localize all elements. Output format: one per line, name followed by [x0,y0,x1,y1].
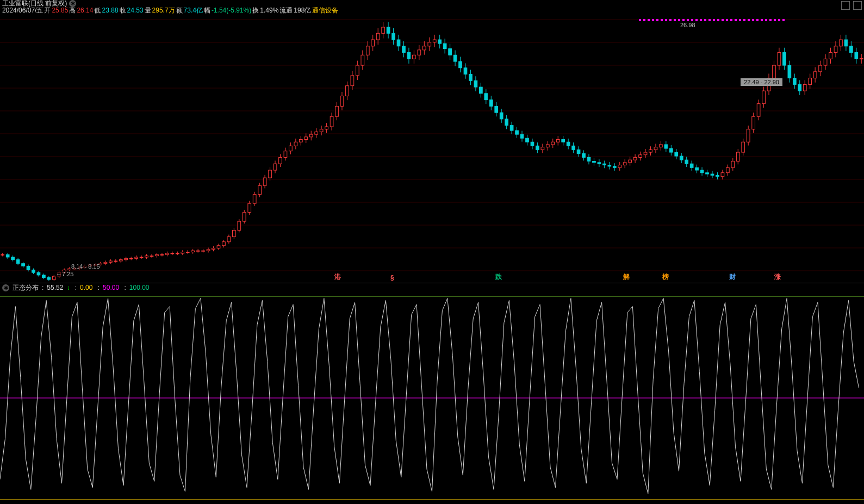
event-tag[interactable]: 跌 [495,272,502,282]
svg-rect-63 [129,258,133,259]
svg-rect-281 [690,164,693,167]
svg-rect-121 [279,157,282,164]
svg-rect-69 [145,256,148,257]
svg-rect-77 [166,253,169,254]
svg-rect-239 [582,153,586,157]
event-tag[interactable]: 财 [729,272,736,282]
svg-rect-71 [150,256,153,257]
date-label: 2024/06/07/五 [2,7,43,14]
svg-rect-139 [325,127,328,129]
svg-rect-323 [798,84,801,91]
svg-rect-219 [531,142,534,146]
svg-rect-229 [556,140,560,142]
svg-rect-199 [480,87,483,94]
svg-rect-163 [387,27,390,33]
maximize-icon[interactable] [853,1,862,10]
event-tag[interactable]: 榜 [662,272,669,282]
svg-rect-267 [654,147,657,150]
svg-rect-21 [22,264,25,266]
svg-rect-205 [495,106,498,113]
svg-rect-75 [160,254,164,255]
svg-rect-231 [562,140,565,142]
low-price-label: ←7.25 [54,271,75,277]
svg-rect-161 [382,27,385,33]
svg-rect-211 [510,126,513,130]
svg-rect-57 [114,261,117,262]
svg-rect-23 [27,266,30,270]
indicator-chart[interactable] [0,292,864,504]
svg-rect-59 [119,260,122,261]
svg-rect-343 [850,46,853,53]
svg-rect-259 [633,157,637,160]
svg-rect-263 [644,152,647,155]
event-tag[interactable]: 涨 [774,272,781,282]
svg-rect-79 [171,253,174,254]
svg-rect-125 [289,146,293,151]
svg-rect-25 [32,270,35,272]
svg-rect-317 [783,53,786,66]
svg-rect-275 [675,152,678,156]
svg-rect-225 [546,145,549,147]
indicator-settings-icon[interactable]: ✱ [2,284,9,291]
svg-rect-181 [433,40,436,42]
svg-rect-333 [824,59,827,65]
svg-rect-227 [551,142,555,145]
svg-rect-157 [371,40,375,46]
svg-rect-111 [253,195,256,203]
svg-rect-345 [855,53,858,59]
svg-rect-307 [757,104,760,117]
svg-rect-85 [186,252,189,253]
settings-icon[interactable] [841,1,850,10]
signal-dots [639,15,787,23]
svg-rect-197 [474,80,477,87]
svg-rect-97 [217,246,220,248]
svg-rect-177 [422,46,426,50]
svg-rect-89 [196,251,200,251]
svg-rect-309 [762,91,766,104]
svg-rect-87 [191,251,195,252]
svg-rect-133 [309,134,313,137]
svg-rect-101 [227,237,231,241]
svg-rect-319 [788,65,791,78]
svg-rect-203 [489,100,493,107]
price-chart[interactable]: 8.14 - 8.15 ←7.25 26.98 22.49 - 22.90 港§… [0,14,864,283]
svg-rect-143 [335,106,339,116]
svg-rect-347 [860,59,863,59]
svg-rect-159 [376,33,380,40]
svg-rect-243 [593,161,596,163]
indicator-name[interactable]: 正态分布 [13,283,39,293]
svg-rect-293 [721,173,724,177]
svg-rect-265 [649,150,652,152]
svg-rect-241 [587,157,590,161]
svg-rect-61 [125,258,128,259]
svg-rect-251 [613,166,616,167]
svg-rect-305 [752,116,755,129]
svg-rect-109 [248,203,251,212]
svg-rect-13 [1,254,4,255]
svg-rect-113 [258,185,262,194]
event-tag[interactable]: 解 [623,272,630,282]
svg-rect-249 [608,165,611,166]
svg-rect-269 [660,145,663,147]
svg-rect-19 [16,260,20,264]
svg-rect-165 [392,33,395,40]
event-tag[interactable]: 港 [334,272,341,282]
svg-rect-189 [453,55,457,61]
svg-rect-221 [536,146,539,150]
svg-rect-291 [716,175,719,176]
svg-rect-53 [104,262,107,263]
svg-rect-55 [109,261,113,262]
svg-rect-273 [669,148,673,152]
sector-label[interactable]: 通信设备 [312,7,338,14]
event-tag[interactable]: § [390,274,394,282]
svg-rect-151 [356,65,359,76]
svg-rect-215 [520,134,524,138]
svg-rect-331 [819,65,822,72]
svg-rect-195 [469,74,473,81]
svg-rect-207 [500,113,503,119]
svg-rect-187 [449,49,452,55]
down-arrow-icon: ↓ [66,284,70,291]
svg-rect-127 [294,142,297,146]
svg-rect-303 [747,129,750,142]
svg-rect-107 [243,213,246,221]
